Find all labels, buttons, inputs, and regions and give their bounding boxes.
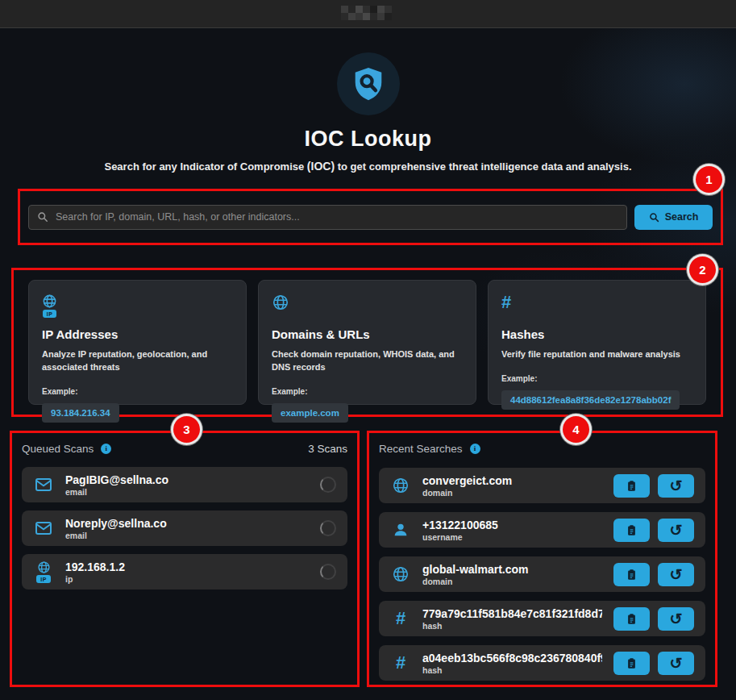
rerun-search-button[interactable]: ↺: [658, 652, 694, 675]
globe-icon: [392, 565, 410, 583]
category-cards-annotation-box: IP IP Addresses Analyze IP reputation, g…: [11, 268, 723, 417]
window-title-bar: [0, 0, 736, 28]
info-icon[interactable]: i: [470, 444, 480, 454]
recent-search-row: global-walmart.com domain ↺: [379, 556, 705, 592]
card-title: Hashes: [501, 327, 692, 341]
shield-magnifier-icon: [350, 65, 387, 102]
search-section-annotation-box: Search: [18, 189, 723, 245]
envelope-icon: [34, 475, 53, 494]
card-hashes[interactable]: # Hashes Verify file reputation and malw…: [488, 280, 706, 405]
rerun-search-button[interactable]: ↺: [658, 474, 694, 498]
search-value: global-walmart.com: [422, 563, 602, 576]
clipboard-icon: [626, 524, 638, 536]
scan-value: PagIBIG@sellna.co: [65, 473, 309, 486]
search-type: username: [422, 532, 602, 542]
rerun-search-button[interactable]: ↺: [658, 607, 694, 631]
globe-icon: [272, 294, 289, 311]
search-value: +13122100685: [422, 519, 602, 531]
hash-icon: #: [501, 294, 511, 311]
ip-globe-icon: IP: [42, 294, 57, 318]
example-value-chip[interactable]: 93.184.216.34: [42, 403, 119, 423]
card-title: Domains & URLs: [272, 327, 463, 341]
info-icon[interactable]: i: [101, 444, 111, 454]
card-title: IP Addresses: [42, 327, 233, 341]
copy-to-search-button[interactable]: [613, 474, 650, 498]
page-subtitle: Search for any Indicator of Compromise (…: [0, 160, 736, 173]
scan-value: Noreply@sellna.co: [65, 517, 309, 530]
recent-search-row: # 779a79c11f581b84e7c81f321fd8d7... hash…: [379, 601, 705, 636]
search-value: a04eeb13bc566f8c98c236780840f9...: [422, 652, 602, 665]
clipboard-icon: [626, 480, 638, 492]
ip-globe-icon: IP: [36, 560, 51, 583]
search-icon: [649, 212, 659, 223]
scan-type: ip: [65, 574, 309, 584]
redo-icon: ↺: [670, 611, 683, 627]
recent-searches-title: Recent Searches: [379, 443, 463, 455]
envelope-icon: [34, 519, 53, 538]
redacted-text: [341, 4, 396, 23]
copy-to-search-button[interactable]: [613, 652, 650, 675]
annotation-circle-1: 1: [696, 166, 722, 193]
ioc-lookup-logo: [337, 52, 400, 115]
page-title: IOC Lookup: [0, 127, 736, 152]
search-value: 779a79c11f581b84e7c81f321fd8d7...: [422, 607, 602, 620]
hash-icon: #: [396, 654, 405, 672]
loading-spinner-icon: [320, 477, 336, 493]
search-input[interactable]: [56, 211, 618, 223]
rerun-search-button[interactable]: ↺: [658, 519, 694, 542]
scan-value: 192.168.1.2: [65, 560, 309, 573]
clipboard-icon: [626, 613, 638, 625]
search-type: domain: [422, 577, 602, 586]
clipboard-icon: [626, 657, 638, 669]
search-button[interactable]: Search: [634, 205, 713, 230]
search-type: domain: [422, 488, 602, 498]
copy-to-search-button[interactable]: [613, 563, 650, 586]
redo-icon: ↺: [670, 478, 683, 494]
queued-scans-count: 3 Scans: [308, 443, 347, 455]
queued-scan-row: Noreply@sellna.co email: [22, 510, 347, 546]
queued-scans-title: Queued Scans: [22, 443, 94, 455]
redo-icon: ↺: [670, 656, 683, 671]
annotation-circle-2: 2: [689, 256, 716, 283]
annotation-circle-3: 3: [173, 416, 200, 443]
redo-icon: ↺: [670, 567, 683, 582]
recent-search-row: +13122100685 username ↺: [379, 512, 705, 548]
clipboard-icon: [626, 569, 638, 581]
copy-to-search-button[interactable]: [613, 519, 650, 542]
card-ip-addresses[interactable]: IP IP Addresses Analyze IP reputation, g…: [28, 280, 247, 405]
card-domains-urls[interactable]: Domains & URLs Check domain reputation, …: [258, 280, 476, 405]
hero-section: IOC Lookup Search for any Indicator of C…: [0, 52, 736, 173]
rerun-search-button[interactable]: ↺: [658, 563, 694, 586]
search-value: convergeict.com: [422, 474, 602, 487]
user-icon: [392, 521, 410, 539]
example-label: Example:: [272, 387, 463, 396]
example-label: Example:: [42, 387, 233, 396]
redo-icon: ↺: [670, 523, 683, 538]
queued-scan-row: PagIBIG@sellna.co email: [22, 467, 347, 502]
recent-search-row: # a04eeb13bc566f8c98c236780840f9... hash…: [379, 645, 705, 681]
annotation-circle-4: 4: [563, 416, 589, 443]
loading-spinner-icon: [320, 564, 336, 580]
search-input-wrapper: [28, 205, 627, 230]
card-description: Analyze IP reputation, geolocation, and …: [42, 348, 233, 374]
search-type: hash: [422, 621, 602, 631]
scan-type: email: [65, 531, 309, 540]
hash-icon: #: [396, 610, 405, 627]
example-label: Example:: [501, 374, 692, 383]
search-icon: [37, 211, 48, 223]
loading-spinner-icon: [320, 520, 336, 536]
example-value-chip[interactable]: 44d88612fea8a8f36de82e1278abb02f: [501, 390, 680, 410]
queued-scans-panel: Queued Scans i 3 Scans PagIBIG@sellna.co…: [10, 431, 360, 687]
search-type: hash: [422, 665, 602, 675]
example-value-chip[interactable]: example.com: [272, 403, 348, 423]
globe-icon: [392, 477, 410, 494]
card-description: Check domain reputation, WHOIS data, and…: [272, 348, 463, 374]
scan-type: email: [65, 487, 309, 497]
recent-search-row: convergeict.com domain ↺: [379, 468, 705, 503]
recent-searches-panel: Recent Searches i convergeict.com domain: [367, 431, 717, 687]
queued-scan-row: IP 192.168.1.2 ip: [22, 554, 347, 590]
copy-to-search-button[interactable]: [613, 607, 650, 631]
card-description: Verify file reputation and malware analy…: [501, 348, 692, 361]
